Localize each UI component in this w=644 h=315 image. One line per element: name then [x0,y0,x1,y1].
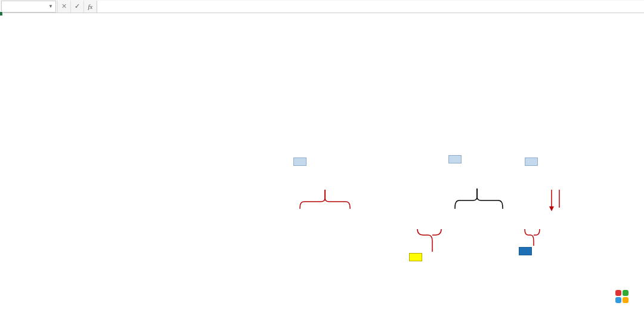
callout-score-column [293,158,306,166]
callout-name-column [448,155,462,163]
callout-match [519,247,532,255]
watermark [615,290,632,303]
chevron-down-icon[interactable]: ▼ [48,1,53,12]
active-cell-indicator [0,13,2,16]
fx-icon[interactable]: fx [83,1,97,13]
svg-marker-0 [549,206,554,211]
formula-bar: ▼ ✕ ✓ fx [0,0,644,13]
formula-input[interactable] [97,1,644,13]
cancel-icon[interactable]: ✕ [57,1,70,13]
confirm-icon[interactable]: ✓ [70,1,83,13]
callout-lookup [409,253,422,261]
watermark-logo-icon [615,290,628,303]
callout-zero [525,158,538,166]
connectors-svg [0,13,644,315]
annotation-overlay [0,13,644,315]
name-box[interactable]: ▼ [1,1,56,13]
